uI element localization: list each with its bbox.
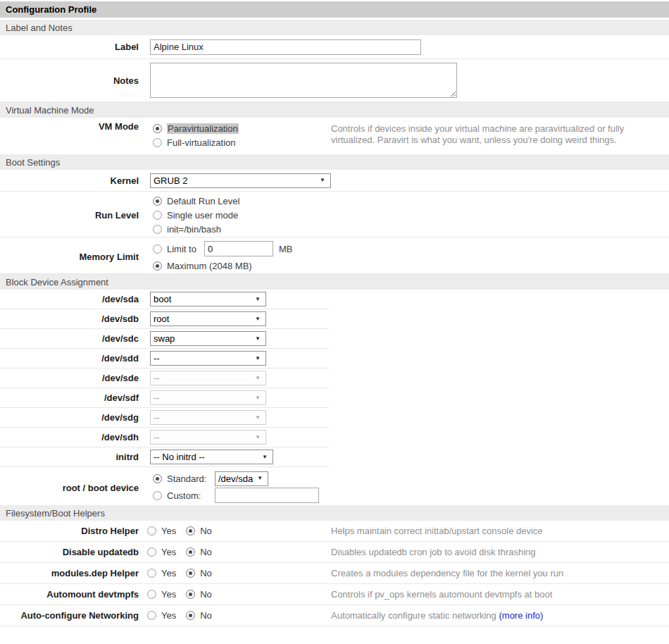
modules-dep-yes-label[interactable]: Yes <box>161 568 176 578</box>
disable-updatedb-yes-label[interactable]: Yes <box>161 547 176 557</box>
auto-configure-networking-row: Auto-configure Networking Yes No Automat… <box>0 605 669 626</box>
automount-devtmpfs-no-label[interactable]: No <box>200 589 212 600</box>
modules-dep-help-text: Creates a modules dependency file for th… <box>331 568 661 579</box>
sdc-select-value: swap <box>154 333 175 344</box>
memory-limit-row: Memory Limit Limit to MB Maximum (2048 M… <box>0 237 669 274</box>
modules-dep-yes-radio[interactable] <box>147 569 156 578</box>
modules-dep-helper-label: modules.dep Helper <box>0 568 144 578</box>
more-info-link[interactable]: (more info) <box>499 610 543 621</box>
section-title: Virtual Machine Mode <box>6 105 94 116</box>
chevron-down-icon: ▼ <box>255 336 261 342</box>
root-device-custom-radio[interactable] <box>153 491 162 500</box>
memory-limit-to-label[interactable]: Limit to <box>167 244 196 254</box>
root-device-standard-radio[interactable] <box>153 474 162 483</box>
section-filesystem-boot-helpers: Filesystem/Boot Helpers <box>0 505 669 521</box>
sda-select[interactable]: boot ▼ <box>150 292 266 306</box>
root-device-custom-label[interactable]: Custom: <box>167 490 211 501</box>
modules-dep-no-label[interactable]: No <box>200 568 212 578</box>
disable-updatedb-no-radio[interactable] <box>186 547 195 557</box>
memory-maximum-label[interactable]: Maximum (2048 MB) <box>167 261 252 271</box>
label-field-label: Label <box>0 42 144 52</box>
run-level-default-radio[interactable] <box>153 197 162 206</box>
sdd-select[interactable]: -- ▼ <box>150 351 266 366</box>
disable-updatedb-no-label[interactable]: No <box>200 547 212 557</box>
section-label-and-notes: Label and Notes <box>0 20 669 35</box>
distro-helper-no-radio[interactable] <box>186 526 195 535</box>
page-title: Configuration Profile <box>6 4 96 15</box>
initrd-select-value: -- No initrd -- <box>154 452 205 462</box>
run-level-label: Run Level <box>0 210 144 221</box>
block-device-row-sdf: /dev/sdf -- ▼ <box>0 388 329 408</box>
block-device-row-sdh: /dev/sdh -- ▼ <box>0 428 329 447</box>
distro-helper-no-label[interactable]: No <box>200 526 212 536</box>
notes-row: Notes <box>0 59 669 102</box>
full-virtualization-radio[interactable] <box>153 138 162 147</box>
root-boot-device-row: root / boot device Standard: /dev/sda ▼ … <box>0 467 329 505</box>
automount-devtmpfs-label: Automount devtmpfs <box>0 589 144 600</box>
chevron-down-icon: ▼ <box>320 178 325 183</box>
sdg-select: -- ▼ <box>150 410 266 425</box>
run-level-row: Run Level Default Run Level Single user … <box>0 192 669 237</box>
run-level-init-radio[interactable] <box>153 225 162 234</box>
block-device-row-sdg: /dev/sdg -- ▼ <box>0 408 329 428</box>
paravirtualization-radio[interactable] <box>153 124 162 133</box>
distro-helper-row: Distro Helper Yes No Helps maintain corr… <box>0 521 669 542</box>
run-level-init-label[interactable]: init=/bin/bash <box>167 224 221 235</box>
sdc-select[interactable]: swap ▼ <box>150 331 266 346</box>
root-device-standard-select[interactable]: /dev/sda ▼ <box>215 471 268 486</box>
section-block-device-assignment: Block Device Assignment <box>0 274 669 290</box>
auto-configure-networking-yes-radio[interactable] <box>147 611 156 620</box>
device-label: /dev/sdc <box>0 333 144 344</box>
disable-updatedb-label: Disable updatedb <box>0 547 144 557</box>
device-label: /dev/sde <box>0 373 144 383</box>
device-label: /dev/sdd <box>0 353 144 364</box>
memory-limit-input[interactable] <box>204 241 273 256</box>
run-level-single-label[interactable]: Single user mode <box>167 210 238 221</box>
vm-mode-help-text: Controls if devices inside your virtual … <box>331 123 661 146</box>
kernel-row: Kernel GRUB 2 ▼ <box>0 170 669 192</box>
root-device-custom-input[interactable] <box>215 488 319 503</box>
disable-updatedb-yes-radio[interactable] <box>147 547 156 557</box>
run-level-single-radio[interactable] <box>153 211 162 220</box>
full-virtualization-radio-label[interactable]: Full-virtualization <box>167 137 236 148</box>
auto-configure-networking-no-radio[interactable] <box>186 611 195 620</box>
initrd-row: initrd -- No initrd -- ▼ <box>0 447 329 467</box>
memory-limit-to-radio[interactable] <box>153 244 162 254</box>
sdb-select[interactable]: root ▼ <box>150 311 266 326</box>
notes-field-label: Notes <box>0 75 144 86</box>
section-title: Filesystem/Boot Helpers <box>6 508 105 519</box>
chevron-down-icon: ▼ <box>257 476 263 481</box>
initrd-select[interactable]: -- No initrd -- ▼ <box>150 450 273 464</box>
kernel-select[interactable]: GRUB 2 ▼ <box>150 173 331 188</box>
device-label: /dev/sdb <box>0 314 144 324</box>
distro-helper-yes-label[interactable]: Yes <box>161 526 176 536</box>
disable-updatedb-help-text: Disables updatedb cron job to avoid disk… <box>331 547 661 558</box>
automount-devtmpfs-no-radio[interactable] <box>186 590 195 599</box>
kernel-select-value: GRUB 2 <box>154 175 187 186</box>
label-input[interactable] <box>150 39 421 55</box>
block-device-row-sda: /dev/sda boot ▼ <box>0 290 329 309</box>
auto-configure-networking-help-text: Automatically configure static networkin… <box>331 610 661 621</box>
sdf-select-value: -- <box>154 392 160 403</box>
root-device-standard-label[interactable]: Standard: <box>167 473 211 484</box>
distro-helper-help-text: Helps maintain correct inittab/upstart c… <box>331 526 661 537</box>
sdd-select-value: -- <box>154 353 160 364</box>
automount-devtmpfs-row: Automount devtmpfs Yes No Controls if pv… <box>0 584 669 605</box>
vm-mode-label: VM Mode <box>0 121 144 154</box>
paravirtualization-radio-label[interactable]: Paravirtualization <box>167 123 239 134</box>
automount-devtmpfs-yes-label[interactable]: Yes <box>161 589 176 600</box>
section-title: Label and Notes <box>6 23 73 33</box>
vm-mode-row: VM Mode Paravirtualization Full-virtuali… <box>0 118 669 154</box>
memory-limit-label: Memory Limit <box>0 252 144 262</box>
auto-configure-networking-yes-label[interactable]: Yes <box>161 610 176 621</box>
run-level-default-label[interactable]: Default Run Level <box>167 196 239 206</box>
auto-configure-networking-no-label[interactable]: No <box>200 610 212 621</box>
distro-helper-yes-radio[interactable] <box>147 526 156 535</box>
modules-dep-no-radio[interactable] <box>186 569 195 578</box>
memory-maximum-radio[interactable] <box>153 261 162 271</box>
notes-textarea[interactable] <box>150 63 457 98</box>
label-row: Label <box>0 35 669 59</box>
block-device-row-sdc: /dev/sdc swap ▼ <box>0 329 329 349</box>
automount-devtmpfs-yes-radio[interactable] <box>147 590 156 599</box>
initrd-label: initrd <box>0 452 144 462</box>
